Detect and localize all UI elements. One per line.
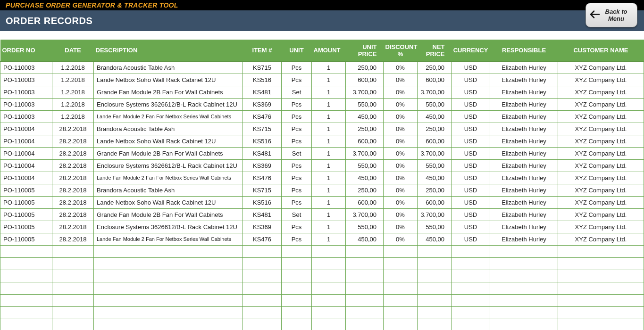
cell-date[interactable]: 28.2.2018 <box>52 172 94 184</box>
cell-empty[interactable] <box>312 257 346 270</box>
cell-amount[interactable]: 1 <box>312 98 346 110</box>
cell-empty[interactable] <box>384 270 418 282</box>
table-row[interactable]: PO-1100031.2.2018Enclosure Systems 36266… <box>0 98 644 110</box>
cell-currency[interactable]: USD <box>452 221 490 233</box>
cell-responsible[interactable]: Elizabeth Hurley <box>490 135 558 147</box>
cell-currency[interactable]: USD <box>452 159 490 172</box>
cell-customer[interactable]: XYZ Company Ltd. <box>558 86 644 98</box>
cell-customer[interactable]: XYZ Company Ltd. <box>558 221 644 233</box>
cell-item[interactable]: KS476 <box>243 172 282 184</box>
cell-discount[interactable]: 0% <box>384 159 418 172</box>
cell-empty[interactable] <box>94 270 243 282</box>
cell-discount[interactable]: 0% <box>384 86 418 98</box>
cell-currency[interactable]: USD <box>452 147 490 159</box>
cell-item[interactable]: KS481 <box>243 86 282 98</box>
cell-empty[interactable] <box>312 282 346 294</box>
cell-empty[interactable] <box>243 282 282 294</box>
cell-unit[interactable]: Pcs <box>282 172 312 184</box>
cell-empty[interactable] <box>243 306 282 319</box>
cell-empty[interactable] <box>52 319 94 330</box>
cell-description[interactable]: Grande Fan Module 2B Fan For Wall Cabine… <box>94 147 243 159</box>
cell-empty[interactable] <box>94 319 243 330</box>
col-currency[interactable]: CURRENCY <box>452 40 490 61</box>
cell-discount[interactable]: 0% <box>384 184 418 196</box>
table-row[interactable]: PO-11000528.2.2018Lande Netbox Soho Wall… <box>0 196 644 208</box>
cell-order-no[interactable]: PO-110005 <box>0 184 52 196</box>
cell-item[interactable]: KS481 <box>243 208 282 221</box>
cell-responsible[interactable]: Elizabeth Hurley <box>490 159 558 172</box>
cell-unit-price[interactable]: 3.700,00 <box>346 147 384 159</box>
cell-date[interactable]: 28.2.2018 <box>52 123 94 135</box>
cell-customer[interactable]: XYZ Company Ltd. <box>558 147 644 159</box>
cell-amount[interactable]: 1 <box>312 123 346 135</box>
cell-unit-price[interactable]: 450,00 <box>346 172 384 184</box>
cell-net-price[interactable]: 250,00 <box>418 184 452 196</box>
cell-amount[interactable]: 1 <box>312 208 346 221</box>
cell-empty[interactable] <box>558 306 644 319</box>
cell-responsible[interactable]: Elizabeth Hurley <box>490 221 558 233</box>
col-responsible[interactable]: RESPONSIBLE <box>490 40 558 61</box>
cell-unit[interactable]: Pcs <box>282 98 312 110</box>
cell-discount[interactable]: 0% <box>384 196 418 208</box>
table-row[interactable]: PO-11000528.2.2018Lande Fan Module 2 Fan… <box>0 233 644 245</box>
cell-discount[interactable]: 0% <box>384 208 418 221</box>
cell-date[interactable]: 28.2.2018 <box>52 147 94 159</box>
cell-net-price[interactable]: 450,00 <box>418 172 452 184</box>
cell-item[interactable]: KS369 <box>243 159 282 172</box>
table-row[interactable]: PO-11000428.2.2018Brandora Acoustic Tabl… <box>0 123 644 135</box>
cell-empty[interactable] <box>384 257 418 270</box>
cell-responsible[interactable]: Elizabeth Hurley <box>490 233 558 245</box>
cell-discount[interactable]: 0% <box>384 110 418 123</box>
col-amount[interactable]: AMOUNT <box>312 40 346 61</box>
cell-empty[interactable] <box>312 245 346 257</box>
cell-responsible[interactable]: Elizabeth Hurley <box>490 172 558 184</box>
cell-item[interactable]: KS516 <box>243 74 282 86</box>
cell-item[interactable]: KS369 <box>243 221 282 233</box>
cell-currency[interactable]: USD <box>452 110 490 123</box>
cell-empty[interactable] <box>52 245 94 257</box>
cell-description[interactable]: Lande Netbox Soho Wall Rack Cabinet 12U <box>94 74 243 86</box>
cell-description[interactable]: Enclosure Systems 3626612/B-L Rack Cabin… <box>94 221 243 233</box>
cell-order-no[interactable]: PO-110004 <box>0 135 52 147</box>
cell-unit-price[interactable]: 450,00 <box>346 110 384 123</box>
table-row[interactable]: PO-1100031.2.2018Grande Fan Module 2B Fa… <box>0 86 644 98</box>
cell-empty[interactable] <box>452 257 490 270</box>
cell-amount[interactable]: 1 <box>312 61 346 74</box>
cell-order-no[interactable]: PO-110003 <box>0 86 52 98</box>
cell-item[interactable]: KS715 <box>243 61 282 74</box>
cell-unit-price[interactable]: 600,00 <box>346 135 384 147</box>
cell-customer[interactable]: XYZ Company Ltd. <box>558 233 644 245</box>
cell-item[interactable]: KS715 <box>243 123 282 135</box>
table-row-empty[interactable] <box>0 257 644 270</box>
cell-amount[interactable]: 1 <box>312 147 346 159</box>
cell-amount[interactable]: 1 <box>312 110 346 123</box>
cell-amount[interactable]: 1 <box>312 196 346 208</box>
cell-currency[interactable]: USD <box>452 86 490 98</box>
cell-date[interactable]: 1.2.2018 <box>52 74 94 86</box>
cell-currency[interactable]: USD <box>452 208 490 221</box>
cell-empty[interactable] <box>94 294 243 306</box>
cell-unit[interactable]: Pcs <box>282 184 312 196</box>
cell-responsible[interactable]: Elizabeth Hurley <box>490 147 558 159</box>
cell-item[interactable]: KS715 <box>243 184 282 196</box>
cell-empty[interactable] <box>418 294 452 306</box>
cell-empty[interactable] <box>282 319 312 330</box>
cell-empty[interactable] <box>312 294 346 306</box>
cell-empty[interactable] <box>52 306 94 319</box>
cell-empty[interactable] <box>490 294 558 306</box>
cell-description[interactable]: Brandora Acoustic Table Ash <box>94 61 243 74</box>
cell-currency[interactable]: USD <box>452 98 490 110</box>
table-row[interactable]: PO-11000428.2.2018Lande Netbox Soho Wall… <box>0 135 644 147</box>
cell-item[interactable]: KS516 <box>243 196 282 208</box>
table-row[interactable]: PO-11000528.2.2018Brandora Acoustic Tabl… <box>0 184 644 196</box>
table-row-empty[interactable] <box>0 270 644 282</box>
cell-unit[interactable]: Pcs <box>282 110 312 123</box>
cell-unit-price[interactable]: 550,00 <box>346 98 384 110</box>
cell-empty[interactable] <box>558 294 644 306</box>
cell-currency[interactable]: USD <box>452 233 490 245</box>
cell-empty[interactable] <box>94 306 243 319</box>
cell-empty[interactable] <box>384 294 418 306</box>
cell-order-no[interactable]: PO-110003 <box>0 98 52 110</box>
cell-empty[interactable] <box>0 294 52 306</box>
cell-discount[interactable]: 0% <box>384 135 418 147</box>
